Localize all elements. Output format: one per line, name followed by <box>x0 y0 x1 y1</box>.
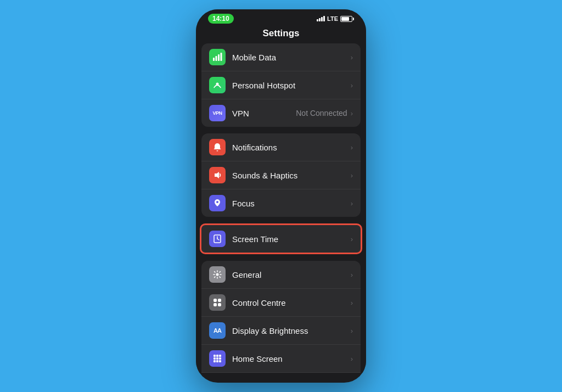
section-display: General › Control Centre › AA Display & <box>201 261 361 373</box>
display-chevron: › <box>351 327 353 335</box>
control-centre-icon <box>209 294 226 311</box>
row-sounds[interactable]: Sounds & Haptics › <box>201 161 361 189</box>
svg-rect-1 <box>216 56 217 61</box>
status-bar: 14:10 LTE <box>196 9 366 26</box>
sounds-label: Sounds & Haptics <box>232 171 351 180</box>
vpn-chevron: › <box>351 109 353 117</box>
vpn-icon: VPN <box>209 105 226 121</box>
svg-rect-23 <box>219 360 221 362</box>
section-network: Mobile Data › Personal Hotspot › VPN VPN… <box>201 43 361 127</box>
svg-rect-12 <box>218 299 221 302</box>
svg-rect-19 <box>216 357 218 360</box>
lte-label: LTE <box>327 15 338 22</box>
svg-rect-11 <box>213 299 217 302</box>
row-control-centre[interactable]: Control Centre › <box>201 289 361 317</box>
signal-bars <box>317 16 325 21</box>
row-focus[interactable]: Focus › <box>201 189 361 217</box>
general-chevron: › <box>351 271 353 279</box>
vpn-value: Not Connected <box>296 109 347 117</box>
status-time: 14:10 <box>208 14 234 24</box>
svg-rect-15 <box>213 355 216 357</box>
personal-hotspot-chevron: › <box>351 81 353 89</box>
row-home-screen[interactable]: Home Screen › <box>201 345 361 373</box>
screen-time-label: Screen Time <box>232 234 351 244</box>
display-label: Display & Brightness <box>232 326 351 335</box>
row-display[interactable]: AA Display & Brightness › <box>201 317 361 345</box>
screen-time-icon <box>209 231 226 247</box>
mobile-data-label: Mobile Data <box>232 53 351 62</box>
focus-icon <box>209 195 226 211</box>
control-centre-chevron: › <box>351 299 353 307</box>
home-screen-chevron: › <box>351 355 353 363</box>
general-label: General <box>232 270 351 279</box>
sounds-chevron: › <box>351 171 353 180</box>
svg-rect-18 <box>213 357 216 360</box>
svg-rect-21 <box>213 360 216 362</box>
row-personal-hotspot[interactable]: Personal Hotspot › <box>201 71 361 99</box>
svg-point-10 <box>216 273 219 276</box>
svg-rect-17 <box>219 355 221 357</box>
display-icon: AA <box>209 322 226 339</box>
sounds-icon <box>209 167 226 183</box>
svg-line-9 <box>217 239 219 240</box>
svg-rect-3 <box>221 53 222 61</box>
svg-point-6 <box>216 201 218 203</box>
svg-rect-22 <box>216 360 218 362</box>
notifications-icon <box>209 139 226 155</box>
svg-rect-0 <box>213 58 215 61</box>
row-notifications[interactable]: Notifications › <box>201 133 361 161</box>
notifications-label: Notifications <box>232 143 351 152</box>
personal-hotspot-icon <box>209 77 226 93</box>
focus-chevron: › <box>351 199 353 208</box>
mobile-data-icon <box>209 49 226 65</box>
section-alerts: Notifications › Sounds & Haptics › <box>201 133 361 217</box>
control-centre-label: Control Centre <box>232 298 351 307</box>
svg-rect-13 <box>213 303 217 306</box>
row-vpn[interactable]: VPN VPN Not Connected › <box>201 99 361 127</box>
focus-label: Focus <box>232 199 351 208</box>
svg-rect-14 <box>218 303 221 306</box>
mobile-data-chevron: › <box>351 53 353 61</box>
section-screen-time: Screen Time › <box>200 223 362 254</box>
vpn-label: VPN <box>232 109 296 118</box>
svg-rect-2 <box>218 54 220 61</box>
notifications-chevron: › <box>351 143 353 152</box>
svg-rect-16 <box>216 355 218 357</box>
status-icons: LTE <box>317 15 354 22</box>
page-title: Settings <box>196 26 366 43</box>
phone-frame: 14:10 LTE Settings <box>196 9 366 383</box>
scroll-content[interactable]: Mobile Data › Personal Hotspot › VPN VPN… <box>196 43 366 373</box>
svg-marker-5 <box>215 172 219 178</box>
row-screen-time[interactable]: Screen Time › <box>201 225 361 253</box>
row-general[interactable]: General › <box>201 261 361 289</box>
home-screen-icon <box>209 350 226 367</box>
screen-time-chevron: › <box>351 235 353 243</box>
svg-rect-20 <box>219 357 221 360</box>
home-screen-label: Home Screen <box>232 354 351 363</box>
general-icon <box>209 266 226 283</box>
battery-icon <box>340 16 354 22</box>
personal-hotspot-label: Personal Hotspot <box>232 81 351 90</box>
row-mobile-data[interactable]: Mobile Data › <box>201 43 361 71</box>
